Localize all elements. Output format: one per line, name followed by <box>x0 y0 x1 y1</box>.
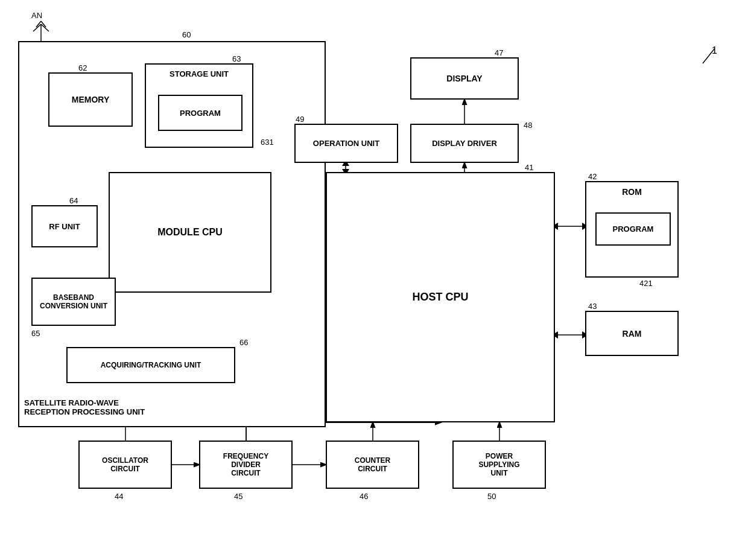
ref-42: 42 <box>588 172 597 181</box>
display-box: DISPLAY <box>410 57 519 100</box>
ref-46: 46 <box>360 492 368 501</box>
module-cpu-box: MODULE CPU <box>109 172 271 293</box>
svg-line-2 <box>41 24 49 31</box>
storage-unit-box: STORAGE UNIT PROGRAM <box>145 63 253 148</box>
ref-44: 44 <box>115 492 123 501</box>
rom-box: ROM PROGRAM <box>585 181 679 278</box>
ref-43: 43 <box>588 302 597 311</box>
host-cpu-box: HOST CPU <box>326 172 555 422</box>
ref-62: 62 <box>78 63 87 72</box>
program-storage-box: PROGRAM <box>158 95 242 131</box>
memory-box: MEMORY <box>48 72 133 127</box>
rf-unit-box: RF UNIT <box>31 205 98 247</box>
ref-41: 41 <box>525 163 533 172</box>
antenna-label: AN <box>31 11 42 20</box>
svg-line-44 <box>703 48 715 63</box>
display-driver-box: DISPLAY DRIVER <box>410 124 519 163</box>
ref-65: 65 <box>31 329 40 338</box>
ref-60: 60 <box>182 30 191 39</box>
ram-box: RAM <box>585 311 679 356</box>
program-rom-box: PROGRAM <box>595 212 671 246</box>
svg-line-1 <box>33 24 41 31</box>
power-supply-box: POWERSUPPLYINGUNIT <box>452 441 546 489</box>
operation-unit-box: OPERATION UNIT <box>294 124 398 163</box>
oscillator-box: OSCILLATORCIRCUIT <box>78 441 172 489</box>
ref-64: 64 <box>69 196 78 205</box>
acquiring-box: ACQUIRING/TRACKING UNIT <box>66 347 235 383</box>
ref-50: 50 <box>487 492 496 501</box>
ref-47: 47 <box>495 48 503 57</box>
svg-line-4 <box>41 21 46 27</box>
freq-divider-box: FREQUENCYDIVIDERCIRCUIT <box>199 441 293 489</box>
ref-63: 63 <box>232 54 241 63</box>
ref-49: 49 <box>296 115 304 124</box>
ref-421: 421 <box>639 279 653 288</box>
ref-45: 45 <box>234 492 242 501</box>
counter-box: COUNTERCIRCUIT <box>326 441 419 489</box>
baseband-box: BASEBANDCONVERSION UNIT <box>31 278 116 326</box>
ref-48: 48 <box>524 121 532 130</box>
ref-66: 66 <box>239 338 248 347</box>
satellite-label: SATELLITE RADIO-WAVERECEPTION PROCESSING… <box>24 398 145 416</box>
ref-631: 631 <box>261 138 274 147</box>
svg-line-3 <box>36 21 41 27</box>
